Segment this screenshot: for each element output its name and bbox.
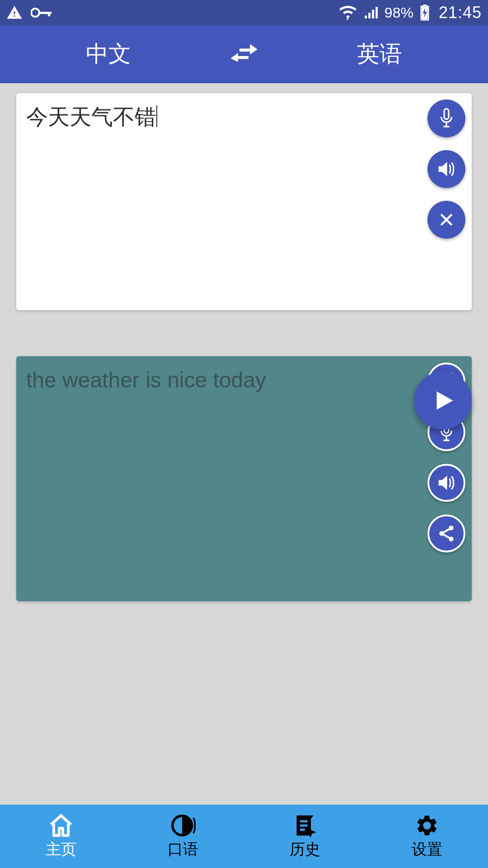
output-speak-button[interactable] bbox=[427, 464, 465, 502]
input-mic-button[interactable] bbox=[427, 99, 465, 137]
input-text-area[interactable]: 今天天气不错 bbox=[26, 103, 418, 131]
microphone-icon bbox=[437, 108, 455, 129]
nav-home-label: 主页 bbox=[46, 839, 76, 860]
home-icon bbox=[48, 814, 74, 837]
clock: 21:45 bbox=[439, 3, 482, 22]
target-language[interactable]: 英语 bbox=[271, 39, 488, 69]
input-text: 今天天气不错 bbox=[26, 105, 156, 129]
nav-settings-label: 设置 bbox=[412, 839, 442, 860]
nav-speech[interactable]: 口语 bbox=[122, 805, 244, 868]
input-actions bbox=[427, 99, 465, 239]
status-left bbox=[6, 5, 52, 21]
svg-point-22 bbox=[449, 537, 454, 542]
svg-line-23 bbox=[444, 529, 449, 532]
battery-charging-icon bbox=[420, 5, 430, 21]
input-speak-button[interactable] bbox=[427, 150, 465, 188]
speech-icon bbox=[170, 814, 196, 837]
swap-languages-button[interactable] bbox=[217, 42, 271, 65]
output-share-button[interactable] bbox=[427, 514, 465, 552]
history-icon bbox=[292, 814, 318, 837]
input-card: 今天天气不错 bbox=[16, 93, 472, 310]
nav-settings[interactable]: 设置 bbox=[366, 805, 488, 868]
svg-marker-12 bbox=[437, 392, 453, 410]
input-clear-button[interactable] bbox=[427, 201, 465, 239]
close-icon bbox=[438, 212, 455, 228]
cards-area: 今天天气不错 the weat bbox=[0, 83, 488, 805]
svg-rect-6 bbox=[423, 5, 427, 6]
speaker-icon bbox=[436, 160, 456, 178]
nav-history-label: 历史 bbox=[290, 839, 320, 860]
status-bar: 98% 21:45 bbox=[0, 0, 488, 25]
source-language[interactable]: 中文 bbox=[0, 39, 217, 69]
swap-icon bbox=[229, 42, 259, 65]
key-icon bbox=[31, 6, 52, 19]
signal-icon bbox=[363, 5, 378, 20]
text-cursor bbox=[156, 105, 157, 127]
nav-home[interactable]: 主页 bbox=[0, 805, 122, 868]
language-header: 中文 英语 bbox=[0, 25, 488, 83]
bottom-nav: 主页 口语 历史 设置 bbox=[0, 805, 488, 868]
share-icon bbox=[437, 524, 456, 543]
wifi-icon bbox=[339, 5, 357, 20]
warning-icon bbox=[6, 5, 23, 21]
output-text: the weather is nice today bbox=[26, 366, 418, 394]
nav-speech-label: 口语 bbox=[168, 839, 198, 860]
svg-line-24 bbox=[444, 535, 449, 538]
battery-pct: 98% bbox=[385, 5, 413, 21]
translate-button[interactable] bbox=[414, 372, 472, 429]
svg-point-20 bbox=[439, 531, 444, 536]
play-icon bbox=[431, 388, 455, 413]
speaker-icon bbox=[436, 474, 456, 492]
svg-point-21 bbox=[449, 526, 454, 531]
status-right: 98% 21:45 bbox=[339, 3, 482, 22]
svg-point-0 bbox=[31, 9, 39, 17]
settings-icon bbox=[414, 814, 440, 837]
svg-rect-9 bbox=[444, 109, 449, 119]
output-card: the weather is nice today bbox=[16, 356, 472, 601]
nav-history[interactable]: 历史 bbox=[244, 805, 366, 868]
svg-rect-2 bbox=[48, 12, 50, 16]
